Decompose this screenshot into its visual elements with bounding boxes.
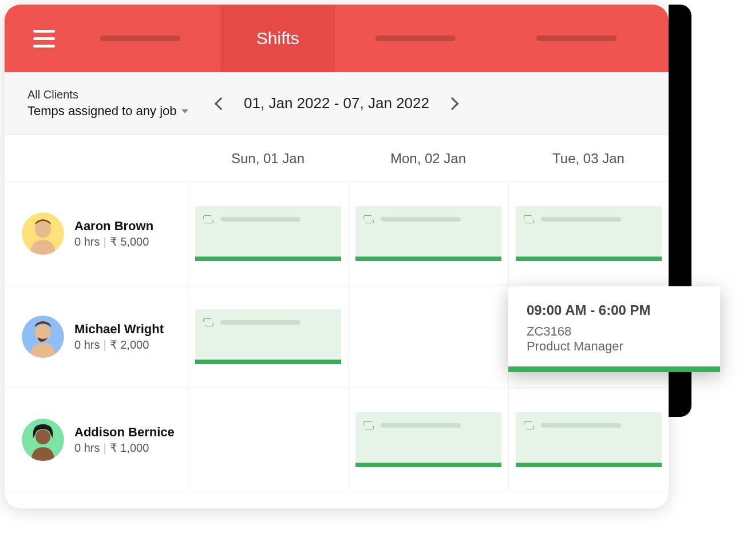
shift-detail-popover[interactable]: 09:00 AM - 6:00 PM ZC3168 Product Manage… <box>508 286 720 372</box>
tab-shifts-label: Shifts <box>256 29 299 48</box>
svg-point-5 <box>35 429 50 444</box>
person-name: Addison Bernice <box>74 425 175 440</box>
tab-shifts[interactable]: Shifts <box>220 5 335 72</box>
tab-placeholder-mid[interactable] <box>335 36 496 41</box>
shift-status-bar <box>516 463 662 467</box>
day-header-sun: Sun, 01 Jan <box>188 135 348 182</box>
person-cell[interactable]: Addison Bernice 0 hrs|₹ 1,000 <box>5 388 188 491</box>
person-hours: 0 hrs <box>74 338 100 351</box>
person-amount: ₹ 1,000 <box>110 441 149 454</box>
shift-status-bar <box>195 257 341 261</box>
caret-down-icon <box>181 109 188 113</box>
shift-card[interactable] <box>516 412 662 467</box>
repeat-icon <box>524 421 534 429</box>
person-name: Aaron Brown <box>74 219 153 234</box>
shift-card[interactable] <box>195 206 341 261</box>
day-cell[interactable] <box>508 182 669 285</box>
filter-left: All Clients Temps assigned to any job <box>27 88 188 119</box>
repeat-icon <box>363 421 374 429</box>
person-name: Michael Wright <box>74 322 164 337</box>
filter-temps-dropdown[interactable]: Temps assigned to any job <box>27 104 188 119</box>
popover-status-bar <box>508 366 720 372</box>
filter-bar: All Clients Temps assigned to any job 01… <box>5 72 669 135</box>
shift-card[interactable] <box>516 206 662 261</box>
day-cell[interactable] <box>348 285 508 388</box>
person-info: Addison Bernice 0 hrs|₹ 1,000 <box>74 425 175 455</box>
day-cell[interactable] <box>188 182 348 285</box>
day-cell[interactable] <box>188 285 348 388</box>
shift-status-bar <box>355 463 501 467</box>
person-cell[interactable]: Aaron Brown 0 hrs|₹ 5,000 <box>5 182 188 285</box>
shift-placeholder-line <box>541 423 621 428</box>
avatar <box>22 212 64 255</box>
chevron-left-icon[interactable] <box>215 97 228 110</box>
date-range-label[interactable]: 01, Jan 2022 - 07, Jan 2022 <box>244 94 429 112</box>
shift-placeholder-line <box>220 217 301 222</box>
person-amount: ₹ 2,000 <box>110 338 149 351</box>
person-row: Addison Bernice 0 hrs|₹ 1,000 <box>5 388 669 491</box>
day-header-spacer <box>5 135 188 182</box>
person-hours: 0 hrs <box>74 235 100 248</box>
repeat-icon <box>203 318 214 326</box>
filter-clients-label[interactable]: All Clients <box>27 88 188 101</box>
avatar-icon <box>22 212 64 255</box>
app-header: Shifts <box>5 5 669 72</box>
day-label: Tue, 03 Jan <box>552 151 624 167</box>
repeat-icon <box>203 215 214 223</box>
shift-placeholder-line <box>220 320 301 325</box>
person-subline: 0 hrs|₹ 5,000 <box>74 235 153 249</box>
shift-status-bar <box>516 257 662 261</box>
popover-role: Product Manager <box>527 339 702 354</box>
popover-code: ZC3168 <box>527 324 702 339</box>
person-subline: 0 hrs|₹ 1,000 <box>74 441 175 455</box>
repeat-icon <box>363 215 374 223</box>
tab-placeholder-right[interactable] <box>496 36 657 41</box>
person-row: Aaron Brown 0 hrs|₹ 5,000 <box>5 182 669 285</box>
chevron-right-icon[interactable] <box>446 97 459 110</box>
popover-time: 09:00 AM - 6:00 PM <box>527 302 702 318</box>
day-label: Sun, 01 Jan <box>231 151 305 167</box>
shift-card[interactable] <box>355 206 501 261</box>
day-header-row: Sun, 01 Jan Mon, 02 Jan Tue, 03 Jan <box>5 135 669 182</box>
day-header-mon: Mon, 02 Jan <box>348 135 508 182</box>
shift-placeholder-line <box>541 217 621 222</box>
svg-point-1 <box>35 222 51 238</box>
person-hours: 0 hrs <box>74 441 100 454</box>
repeat-icon <box>524 215 534 223</box>
avatar-icon <box>22 316 64 358</box>
shift-card[interactable] <box>355 412 501 467</box>
person-info: Michael Wright 0 hrs|₹ 2,000 <box>74 322 164 352</box>
person-amount: ₹ 5,000 <box>110 235 149 248</box>
shift-status-bar <box>355 257 501 261</box>
hamburger-menu-icon[interactable] <box>33 25 60 52</box>
day-cell[interactable] <box>348 388 508 491</box>
day-cell[interactable] <box>188 388 348 491</box>
person-subline: 0 hrs|₹ 2,000 <box>74 338 164 352</box>
avatar-icon <box>22 419 64 461</box>
day-header-tue: Tue, 03 Jan <box>508 135 669 182</box>
shift-card[interactable] <box>195 309 341 364</box>
person-cell[interactable]: Michael Wright 0 hrs|₹ 2,000 <box>5 285 188 388</box>
avatar <box>22 419 64 461</box>
person-info: Aaron Brown 0 hrs|₹ 5,000 <box>74 219 153 249</box>
filter-temps-label: Temps assigned to any job <box>27 104 177 119</box>
day-cell[interactable] <box>348 182 508 285</box>
shift-placeholder-line <box>381 423 461 428</box>
svg-point-3 <box>35 325 51 341</box>
shift-status-bar <box>195 360 341 364</box>
avatar <box>22 316 64 358</box>
day-label: Mon, 02 Jan <box>390 151 466 167</box>
tab-placeholder-left[interactable] <box>60 36 220 41</box>
shift-placeholder-line <box>381 217 461 222</box>
day-cell[interactable] <box>508 388 669 491</box>
date-navigator: 01, Jan 2022 - 07, Jan 2022 <box>216 94 457 112</box>
app-frame: Shifts All Clients Temps assigned to any… <box>5 5 669 508</box>
